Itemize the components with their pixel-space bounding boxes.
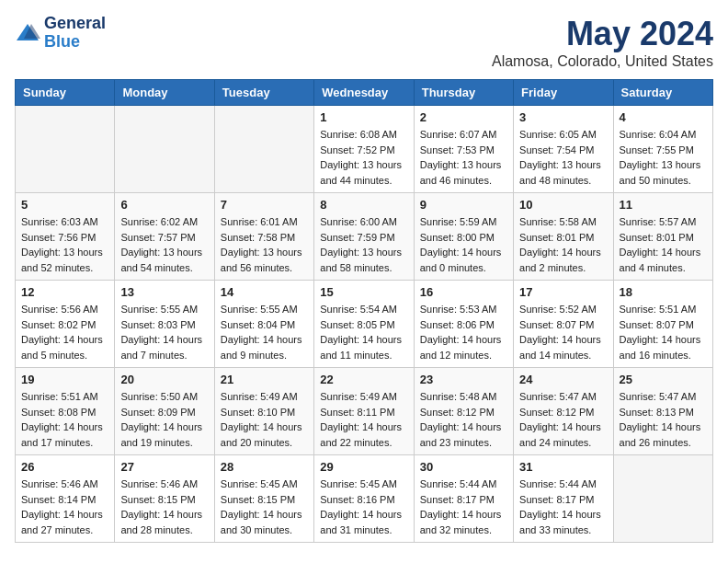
day-cell: 2Sunrise: 6:07 AMSunset: 7:53 PMDaylight… (414, 106, 513, 193)
day-cell: 27Sunrise: 5:46 AMSunset: 8:15 PMDayligh… (115, 455, 214, 543)
weekday-header: Thursday (414, 80, 513, 106)
day-info: Sunrise: 5:49 AMSunset: 8:10 PMDaylight:… (221, 389, 308, 450)
day-info: Sunrise: 6:08 AMSunset: 7:52 PMDaylight:… (320, 127, 407, 188)
day-number: 25 (620, 373, 707, 386)
day-number: 26 (21, 460, 108, 474)
day-number: 20 (120, 373, 208, 386)
day-info: Sunrise: 5:45 AMSunset: 8:15 PMDaylight:… (221, 477, 308, 537)
day-info: Sunrise: 5:56 AMSunset: 8:02 PMDaylight:… (21, 302, 108, 362)
day-info: Sunrise: 5:49 AMSunset: 8:11 PMDaylight:… (320, 389, 407, 450)
weekday-header: Sunday (16, 80, 115, 106)
day-info: Sunrise: 5:51 AMSunset: 8:08 PMDaylight:… (21, 389, 108, 450)
day-number: 7 (221, 198, 308, 212)
day-info: Sunrise: 5:55 AMSunset: 8:03 PMDaylight:… (120, 302, 208, 362)
day-cell: 18Sunrise: 5:51 AMSunset: 8:07 PMDayligh… (613, 281, 712, 368)
weekday-header: Friday (514, 80, 613, 106)
logo-icon (15, 22, 40, 44)
day-number: 2 (420, 110, 507, 124)
day-cell: 31Sunrise: 5:44 AMSunset: 8:17 PMDayligh… (514, 455, 613, 543)
day-number: 11 (620, 198, 707, 212)
title-area: May 2024 Alamosa, Colorado, United State… (492, 15, 713, 70)
day-number: 21 (221, 373, 308, 386)
empty-cell (115, 106, 214, 193)
empty-cell (16, 106, 115, 193)
empty-cell (613, 455, 712, 543)
day-info: Sunrise: 5:59 AMSunset: 8:00 PMDaylight:… (420, 214, 507, 275)
day-number: 18 (620, 285, 707, 299)
day-info: Sunrise: 5:51 AMSunset: 8:07 PMDaylight:… (620, 302, 707, 362)
day-info: Sunrise: 5:46 AMSunset: 8:14 PMDaylight:… (21, 477, 108, 537)
day-info: Sunrise: 6:04 AMSunset: 7:55 PMDaylight:… (620, 127, 707, 188)
day-number: 14 (221, 285, 308, 299)
day-number: 24 (519, 373, 607, 386)
day-info: Sunrise: 5:47 AMSunset: 8:12 PMDaylight:… (519, 389, 607, 450)
day-cell: 10Sunrise: 5:58 AMSunset: 8:01 PMDayligh… (514, 193, 613, 281)
day-number: 31 (519, 460, 607, 474)
day-number: 6 (120, 198, 208, 212)
day-cell: 3Sunrise: 6:05 AMSunset: 7:54 PMDaylight… (514, 106, 613, 193)
day-cell: 11Sunrise: 5:57 AMSunset: 8:01 PMDayligh… (613, 193, 712, 281)
day-info: Sunrise: 6:00 AMSunset: 7:59 PMDaylight:… (320, 214, 407, 275)
day-info: Sunrise: 5:55 AMSunset: 8:04 PMDaylight:… (221, 302, 308, 362)
day-number: 29 (320, 460, 407, 474)
day-cell: 24Sunrise: 5:47 AMSunset: 8:12 PMDayligh… (514, 368, 613, 455)
logo: General Blue (15, 15, 106, 52)
day-number: 17 (519, 285, 607, 299)
day-cell: 22Sunrise: 5:49 AMSunset: 8:11 PMDayligh… (314, 368, 414, 455)
day-info: Sunrise: 5:48 AMSunset: 8:12 PMDaylight:… (420, 389, 507, 450)
day-number: 13 (120, 285, 208, 299)
day-cell: 7Sunrise: 6:01 AMSunset: 7:58 PMDaylight… (214, 193, 313, 281)
day-info: Sunrise: 5:52 AMSunset: 8:07 PMDaylight:… (519, 302, 607, 362)
day-info: Sunrise: 5:53 AMSunset: 8:06 PMDaylight:… (420, 302, 507, 362)
calendar-table: SundayMondayTuesdayWednesdayThursdayFrid… (15, 79, 713, 543)
day-cell: 26Sunrise: 5:46 AMSunset: 8:14 PMDayligh… (16, 455, 115, 543)
day-info: Sunrise: 5:45 AMSunset: 8:16 PMDaylight:… (320, 477, 407, 537)
day-number: 12 (21, 285, 108, 299)
day-cell: 16Sunrise: 5:53 AMSunset: 8:06 PMDayligh… (414, 281, 513, 368)
day-number: 22 (320, 373, 407, 386)
day-cell: 15Sunrise: 5:54 AMSunset: 8:05 PMDayligh… (314, 281, 414, 368)
day-info: Sunrise: 6:01 AMSunset: 7:58 PMDaylight:… (221, 214, 308, 275)
day-number: 4 (620, 110, 707, 124)
day-cell: 13Sunrise: 5:55 AMSunset: 8:03 PMDayligh… (115, 281, 214, 368)
day-cell: 20Sunrise: 5:50 AMSunset: 8:09 PMDayligh… (115, 368, 214, 455)
day-cell: 8Sunrise: 6:00 AMSunset: 7:59 PMDaylight… (314, 193, 414, 281)
day-cell: 21Sunrise: 5:49 AMSunset: 8:10 PMDayligh… (214, 368, 313, 455)
day-number: 9 (420, 198, 507, 212)
day-info: Sunrise: 6:07 AMSunset: 7:53 PMDaylight:… (420, 127, 507, 188)
day-info: Sunrise: 6:05 AMSunset: 7:54 PMDaylight:… (519, 127, 607, 188)
day-cell: 28Sunrise: 5:45 AMSunset: 8:15 PMDayligh… (214, 455, 313, 543)
weekday-header: Tuesday (214, 80, 313, 106)
main-title: May 2024 (492, 15, 713, 53)
weekday-header: Wednesday (314, 80, 414, 106)
day-info: Sunrise: 5:47 AMSunset: 8:13 PMDaylight:… (620, 389, 707, 450)
day-cell: 17Sunrise: 5:52 AMSunset: 8:07 PMDayligh… (514, 281, 613, 368)
weekday-header: Saturday (613, 80, 712, 106)
day-cell: 25Sunrise: 5:47 AMSunset: 8:13 PMDayligh… (613, 368, 712, 455)
day-info: Sunrise: 5:44 AMSunset: 8:17 PMDaylight:… (519, 477, 607, 537)
day-info: Sunrise: 6:03 AMSunset: 7:56 PMDaylight:… (21, 214, 108, 275)
day-number: 23 (420, 373, 507, 386)
day-number: 15 (320, 285, 407, 299)
day-number: 5 (21, 198, 108, 212)
day-number: 1 (320, 110, 407, 124)
empty-cell (214, 106, 313, 193)
subtitle: Alamosa, Colorado, United States (492, 53, 713, 70)
day-cell: 30Sunrise: 5:44 AMSunset: 8:17 PMDayligh… (414, 455, 513, 543)
day-number: 3 (519, 110, 607, 124)
day-cell: 9Sunrise: 5:59 AMSunset: 8:00 PMDaylight… (414, 193, 513, 281)
day-info: Sunrise: 5:54 AMSunset: 8:05 PMDaylight:… (320, 302, 407, 362)
day-cell: 12Sunrise: 5:56 AMSunset: 8:02 PMDayligh… (16, 281, 115, 368)
day-info: Sunrise: 5:44 AMSunset: 8:17 PMDaylight:… (420, 477, 507, 537)
day-number: 30 (420, 460, 507, 474)
day-cell: 14Sunrise: 5:55 AMSunset: 8:04 PMDayligh… (214, 281, 313, 368)
day-info: Sunrise: 5:46 AMSunset: 8:15 PMDaylight:… (120, 477, 208, 537)
day-info: Sunrise: 6:02 AMSunset: 7:57 PMDaylight:… (120, 214, 208, 275)
day-cell: 6Sunrise: 6:02 AMSunset: 7:57 PMDaylight… (115, 193, 214, 281)
day-number: 28 (221, 460, 308, 474)
day-cell: 23Sunrise: 5:48 AMSunset: 8:12 PMDayligh… (414, 368, 513, 455)
day-cell: 4Sunrise: 6:04 AMSunset: 7:55 PMDaylight… (613, 106, 712, 193)
day-cell: 29Sunrise: 5:45 AMSunset: 8:16 PMDayligh… (314, 455, 414, 543)
day-info: Sunrise: 5:58 AMSunset: 8:01 PMDaylight:… (519, 214, 607, 275)
day-number: 19 (21, 373, 108, 386)
